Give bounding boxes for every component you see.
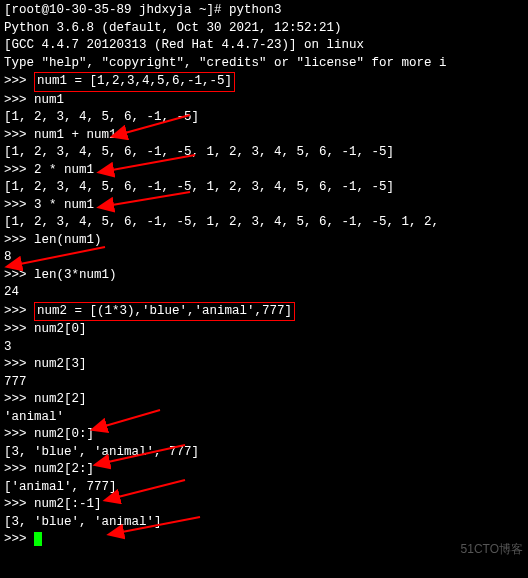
repl-line[interactable]: >>> num2[2:]	[4, 461, 524, 479]
repl-line[interactable]: >>> num1 + num1	[4, 127, 524, 145]
repl-line[interactable]: >>> num1 = [1,2,3,4,5,6,-1,-5]	[4, 72, 524, 92]
output: 24	[4, 284, 524, 302]
repl-line[interactable]: >>> len(3*num1)	[4, 267, 524, 285]
prompt: >>>	[4, 497, 34, 511]
output: [3, 'blue', 'animal']	[4, 514, 524, 532]
prompt: >>>	[4, 427, 34, 441]
highlighted-code-num1-assign: num1 = [1,2,3,4,5,6,-1,-5]	[34, 72, 235, 92]
output: [1, 2, 3, 4, 5, 6, -1, -5, 1, 2, 3, 4, 5…	[4, 144, 524, 162]
output: [1, 2, 3, 4, 5, 6, -1, -5, 1, 2, 3, 4, 5…	[4, 214, 524, 232]
repl-line[interactable]: >>> num2[:-1]	[4, 496, 524, 514]
repl-line[interactable]: >>> num2[3]	[4, 356, 524, 374]
prompt: >>>	[4, 128, 34, 142]
prompt: >>>	[4, 74, 34, 88]
repl-line[interactable]: >>> num2[0]	[4, 321, 524, 339]
repl-line[interactable]: >>>	[4, 531, 524, 549]
output: [1, 2, 3, 4, 5, 6, -1, -5]	[4, 109, 524, 127]
prompt: >>>	[4, 357, 34, 371]
prompt: >>>	[4, 304, 34, 318]
watermark: 51CTO博客	[461, 541, 523, 558]
repl-line[interactable]: >>> 3 * num1	[4, 197, 524, 215]
prompt: >>>	[4, 322, 34, 336]
output: [3, 'blue', 'animal', 777]	[4, 444, 524, 462]
code: 3 * num1	[34, 198, 94, 212]
repl-line[interactable]: >>> num1	[4, 92, 524, 110]
highlighted-code-num2-assign: num2 = [(1*3),'blue','animal',777]	[34, 302, 295, 322]
gcc-line: [GCC 4.4.7 20120313 (Red Hat 4.4.7-23)] …	[4, 37, 524, 55]
prompt: >>>	[4, 233, 34, 247]
output: 3	[4, 339, 524, 357]
prompt: >>>	[4, 163, 34, 177]
prompt: >>>	[4, 268, 34, 282]
prompt: >>>	[4, 532, 34, 546]
prompt: >>>	[4, 462, 34, 476]
cursor[interactable]	[34, 532, 42, 546]
code: 2 * num1	[34, 163, 94, 177]
repl-line[interactable]: >>> len(num1)	[4, 232, 524, 250]
code: num2[2:]	[34, 462, 94, 476]
prompt: >>>	[4, 392, 34, 406]
python-version: Python 3.6.8 (default, Oct 30 2021, 12:5…	[4, 20, 524, 38]
code: len(num1)	[34, 233, 102, 247]
prompt: >>>	[4, 93, 34, 107]
code: num2[0]	[34, 322, 87, 336]
code: num2[3]	[34, 357, 87, 371]
output: 'animal'	[4, 409, 524, 427]
code: num2[:-1]	[34, 497, 102, 511]
code: num2[2]	[34, 392, 87, 406]
prompt: >>>	[4, 198, 34, 212]
code: num2[0:]	[34, 427, 94, 441]
output: ['animal', 777]	[4, 479, 524, 497]
code: len(3*num1)	[34, 268, 117, 282]
output: 777	[4, 374, 524, 392]
host-line: [root@10-30-35-89 jhdxyja ~]# python3	[4, 2, 524, 20]
code: num1 + num1	[34, 128, 117, 142]
repl-line[interactable]: >>> num2 = [(1*3),'blue','animal',777]	[4, 302, 524, 322]
output: [1, 2, 3, 4, 5, 6, -1, -5, 1, 2, 3, 4, 5…	[4, 179, 524, 197]
repl-line[interactable]: >>> num2[0:]	[4, 426, 524, 444]
output: 8	[4, 249, 524, 267]
repl-line[interactable]: >>> 2 * num1	[4, 162, 524, 180]
help-line: Type "help", "copyright", "credits" or "…	[4, 55, 524, 73]
repl-line[interactable]: >>> num2[2]	[4, 391, 524, 409]
code: num1	[34, 93, 64, 107]
